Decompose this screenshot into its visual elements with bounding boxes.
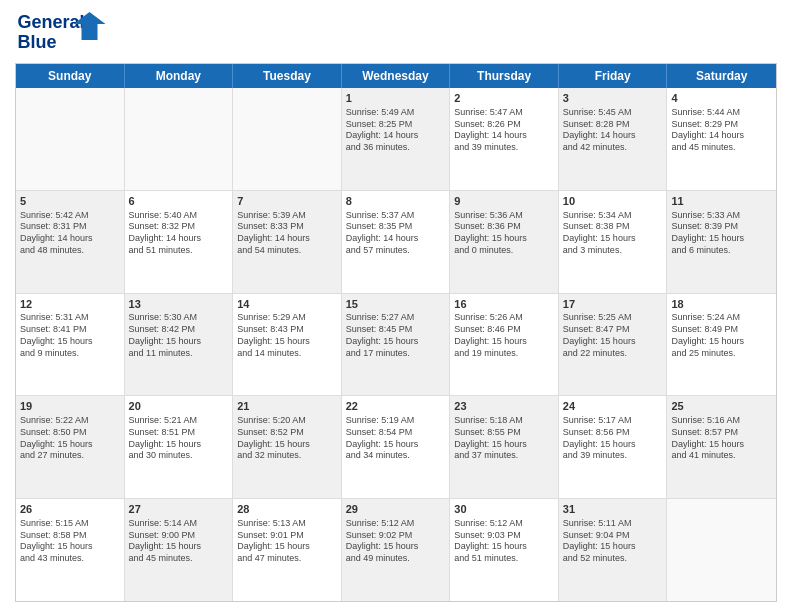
day-number: 28 [237,502,337,517]
header: GeneralBlue [15,10,777,55]
header-sunday: Sunday [16,64,125,88]
empty-cell [125,88,234,190]
day-25: 25Sunrise: 5:16 AM Sunset: 8:57 PM Dayli… [667,396,776,498]
day-12: 12Sunrise: 5:31 AM Sunset: 8:41 PM Dayli… [16,294,125,396]
day-info: Sunrise: 5:19 AM Sunset: 8:54 PM Dayligh… [346,415,446,462]
day-23: 23Sunrise: 5:18 AM Sunset: 8:55 PM Dayli… [450,396,559,498]
header-monday: Monday [125,64,234,88]
day-number: 17 [563,297,663,312]
header-saturday: Saturday [667,64,776,88]
day-info: Sunrise: 5:44 AM Sunset: 8:29 PM Dayligh… [671,107,772,154]
day-17: 17Sunrise: 5:25 AM Sunset: 8:47 PM Dayli… [559,294,668,396]
day-number: 25 [671,399,772,414]
day-info: Sunrise: 5:24 AM Sunset: 8:49 PM Dayligh… [671,312,772,359]
day-info: Sunrise: 5:20 AM Sunset: 8:52 PM Dayligh… [237,415,337,462]
day-16: 16Sunrise: 5:26 AM Sunset: 8:46 PM Dayli… [450,294,559,396]
empty-cell [667,499,776,601]
day-number: 23 [454,399,554,414]
day-info: Sunrise: 5:42 AM Sunset: 8:31 PM Dayligh… [20,210,120,257]
day-number: 3 [563,91,663,106]
day-number: 15 [346,297,446,312]
day-number: 19 [20,399,120,414]
day-info: Sunrise: 5:26 AM Sunset: 8:46 PM Dayligh… [454,312,554,359]
day-number: 13 [129,297,229,312]
day-info: Sunrise: 5:47 AM Sunset: 8:26 PM Dayligh… [454,107,554,154]
day-info: Sunrise: 5:37 AM Sunset: 8:35 PM Dayligh… [346,210,446,257]
calendar-body: 1Sunrise: 5:49 AM Sunset: 8:25 PM Daylig… [16,88,776,601]
day-9: 9Sunrise: 5:36 AM Sunset: 8:36 PM Daylig… [450,191,559,293]
day-6: 6Sunrise: 5:40 AM Sunset: 8:32 PM Daylig… [125,191,234,293]
day-number: 4 [671,91,772,106]
calendar: SundayMondayTuesdayWednesdayThursdayFrid… [15,63,777,602]
day-31: 31Sunrise: 5:11 AM Sunset: 9:04 PM Dayli… [559,499,668,601]
day-21: 21Sunrise: 5:20 AM Sunset: 8:52 PM Dayli… [233,396,342,498]
day-info: Sunrise: 5:22 AM Sunset: 8:50 PM Dayligh… [20,415,120,462]
day-info: Sunrise: 5:36 AM Sunset: 8:36 PM Dayligh… [454,210,554,257]
day-info: Sunrise: 5:33 AM Sunset: 8:39 PM Dayligh… [671,210,772,257]
day-22: 22Sunrise: 5:19 AM Sunset: 8:54 PM Dayli… [342,396,451,498]
day-number: 6 [129,194,229,209]
day-1: 1Sunrise: 5:49 AM Sunset: 8:25 PM Daylig… [342,88,451,190]
day-number: 1 [346,91,446,106]
day-number: 16 [454,297,554,312]
week-row-2: 5Sunrise: 5:42 AM Sunset: 8:31 PM Daylig… [16,191,776,294]
day-number: 14 [237,297,337,312]
day-info: Sunrise: 5:45 AM Sunset: 8:28 PM Dayligh… [563,107,663,154]
day-number: 31 [563,502,663,517]
week-row-3: 12Sunrise: 5:31 AM Sunset: 8:41 PM Dayli… [16,294,776,397]
svg-text:Blue: Blue [18,32,57,52]
day-info: Sunrise: 5:49 AM Sunset: 8:25 PM Dayligh… [346,107,446,154]
day-info: Sunrise: 5:16 AM Sunset: 8:57 PM Dayligh… [671,415,772,462]
day-number: 21 [237,399,337,414]
day-info: Sunrise: 5:27 AM Sunset: 8:45 PM Dayligh… [346,312,446,359]
day-29: 29Sunrise: 5:12 AM Sunset: 9:02 PM Dayli… [342,499,451,601]
day-info: Sunrise: 5:17 AM Sunset: 8:56 PM Dayligh… [563,415,663,462]
page: GeneralBlue SundayMondayTuesdayWednesday… [0,0,792,612]
day-number: 8 [346,194,446,209]
logo-icon: GeneralBlue [15,10,110,55]
day-20: 20Sunrise: 5:21 AM Sunset: 8:51 PM Dayli… [125,396,234,498]
day-info: Sunrise: 5:12 AM Sunset: 9:03 PM Dayligh… [454,518,554,565]
day-11: 11Sunrise: 5:33 AM Sunset: 8:39 PM Dayli… [667,191,776,293]
calendar-header: SundayMondayTuesdayWednesdayThursdayFrid… [16,64,776,88]
day-24: 24Sunrise: 5:17 AM Sunset: 8:56 PM Dayli… [559,396,668,498]
day-30: 30Sunrise: 5:12 AM Sunset: 9:03 PM Dayli… [450,499,559,601]
day-info: Sunrise: 5:34 AM Sunset: 8:38 PM Dayligh… [563,210,663,257]
day-26: 26Sunrise: 5:15 AM Sunset: 8:58 PM Dayli… [16,499,125,601]
svg-text:General: General [18,12,85,32]
day-info: Sunrise: 5:14 AM Sunset: 9:00 PM Dayligh… [129,518,229,565]
day-15: 15Sunrise: 5:27 AM Sunset: 8:45 PM Dayli… [342,294,451,396]
day-number: 18 [671,297,772,312]
day-28: 28Sunrise: 5:13 AM Sunset: 9:01 PM Dayli… [233,499,342,601]
day-info: Sunrise: 5:12 AM Sunset: 9:02 PM Dayligh… [346,518,446,565]
day-number: 22 [346,399,446,414]
day-number: 2 [454,91,554,106]
day-5: 5Sunrise: 5:42 AM Sunset: 8:31 PM Daylig… [16,191,125,293]
day-18: 18Sunrise: 5:24 AM Sunset: 8:49 PM Dayli… [667,294,776,396]
day-19: 19Sunrise: 5:22 AM Sunset: 8:50 PM Dayli… [16,396,125,498]
day-number: 12 [20,297,120,312]
day-number: 30 [454,502,554,517]
day-8: 8Sunrise: 5:37 AM Sunset: 8:35 PM Daylig… [342,191,451,293]
day-14: 14Sunrise: 5:29 AM Sunset: 8:43 PM Dayli… [233,294,342,396]
day-number: 10 [563,194,663,209]
day-number: 5 [20,194,120,209]
day-number: 26 [20,502,120,517]
day-info: Sunrise: 5:25 AM Sunset: 8:47 PM Dayligh… [563,312,663,359]
day-info: Sunrise: 5:39 AM Sunset: 8:33 PM Dayligh… [237,210,337,257]
day-info: Sunrise: 5:18 AM Sunset: 8:55 PM Dayligh… [454,415,554,462]
header-wednesday: Wednesday [342,64,451,88]
day-number: 7 [237,194,337,209]
day-number: 29 [346,502,446,517]
empty-cell [16,88,125,190]
day-info: Sunrise: 5:11 AM Sunset: 9:04 PM Dayligh… [563,518,663,565]
week-row-1: 1Sunrise: 5:49 AM Sunset: 8:25 PM Daylig… [16,88,776,191]
day-info: Sunrise: 5:30 AM Sunset: 8:42 PM Dayligh… [129,312,229,359]
header-tuesday: Tuesday [233,64,342,88]
day-27: 27Sunrise: 5:14 AM Sunset: 9:00 PM Dayli… [125,499,234,601]
day-4: 4Sunrise: 5:44 AM Sunset: 8:29 PM Daylig… [667,88,776,190]
day-3: 3Sunrise: 5:45 AM Sunset: 8:28 PM Daylig… [559,88,668,190]
header-friday: Friday [559,64,668,88]
empty-cell [233,88,342,190]
day-7: 7Sunrise: 5:39 AM Sunset: 8:33 PM Daylig… [233,191,342,293]
